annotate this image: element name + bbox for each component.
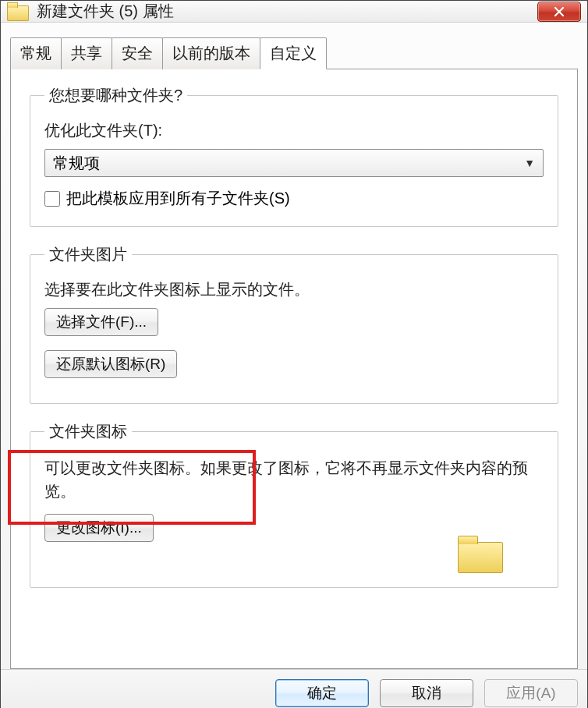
folder-icon-desc: 可以更改文件夹图标。如果更改了图标，它将不再显示文件夹内容的预览。	[44, 456, 544, 503]
close-button[interactable]	[537, 2, 581, 22]
tab-customize[interactable]: 自定义	[260, 37, 327, 69]
optimize-dropdown[interactable]: 常规项 ▼	[44, 149, 544, 177]
optimize-label: 优化此文件夹(T):	[44, 120, 544, 141]
tab-security[interactable]: 安全	[112, 37, 163, 69]
content-area: 常规 共享 安全 以前的版本 自定义 您想要哪种文件夹? 优化此文件夹(T): …	[1, 23, 587, 669]
dialog-buttons: 确定 取消 应用(A)	[1, 669, 587, 708]
group-folder-icon-legend: 文件夹图标	[44, 421, 132, 442]
properties-window: 新建文件夹 (5) 属性 常规 共享 安全 以前的版本 自定义 您想要哪种文件夹…	[0, 0, 588, 708]
group-folder-type: 您想要哪种文件夹? 优化此文件夹(T): 常规项 ▼ 把此模板应用到所有子文件夹…	[30, 85, 558, 227]
cancel-button[interactable]: 取消	[380, 679, 473, 707]
optimize-dropdown-value: 常规项	[53, 153, 100, 174]
group-folder-type-legend: 您想要哪种文件夹?	[44, 85, 187, 106]
titlebar: 新建文件夹 (5) 属性	[1, 1, 587, 23]
tab-sharing[interactable]: 共享	[61, 37, 112, 69]
change-icon-button[interactable]: 更改图标(I)...	[44, 514, 154, 542]
group-folder-picture: 文件夹图片 选择要在此文件夹图标上显示的文件。 选择文件(F)... 还原默认图…	[30, 244, 558, 404]
choose-file-button[interactable]: 选择文件(F)...	[44, 308, 158, 336]
ok-button[interactable]: 确定	[275, 679, 369, 707]
folder-icon	[7, 2, 29, 21]
apply-subfolders-label: 把此模板应用到所有子文件夹(S)	[66, 188, 290, 209]
tab-previous-versions[interactable]: 以前的版本	[162, 37, 260, 69]
window-title: 新建文件夹 (5) 属性	[37, 1, 537, 22]
apply-subfolders-row[interactable]: 把此模板应用到所有子文件夹(S)	[44, 188, 544, 209]
group-folder-picture-legend: 文件夹图片	[44, 244, 132, 265]
tabbar: 常规 共享 安全 以前的版本 自定义	[10, 37, 578, 69]
folder-preview-icon	[458, 536, 503, 573]
chevron-down-icon: ▼	[524, 157, 535, 169]
folder-picture-desc: 选择要在此文件夹图标上显示的文件。	[44, 279, 544, 300]
apply-subfolders-checkbox[interactable]	[44, 191, 60, 207]
close-icon	[553, 5, 565, 18]
apply-button[interactable]: 应用(A)	[484, 679, 578, 707]
restore-default-button[interactable]: 还原默认图标(R)	[44, 350, 177, 378]
tab-general[interactable]: 常规	[10, 37, 62, 69]
tabpanel-customize: 您想要哪种文件夹? 优化此文件夹(T): 常规项 ▼ 把此模板应用到所有子文件夹…	[10, 69, 578, 669]
group-folder-icon: 文件夹图标 可以更改文件夹图标。如果更改了图标，它将不再显示文件夹内容的预览。 …	[30, 421, 558, 588]
